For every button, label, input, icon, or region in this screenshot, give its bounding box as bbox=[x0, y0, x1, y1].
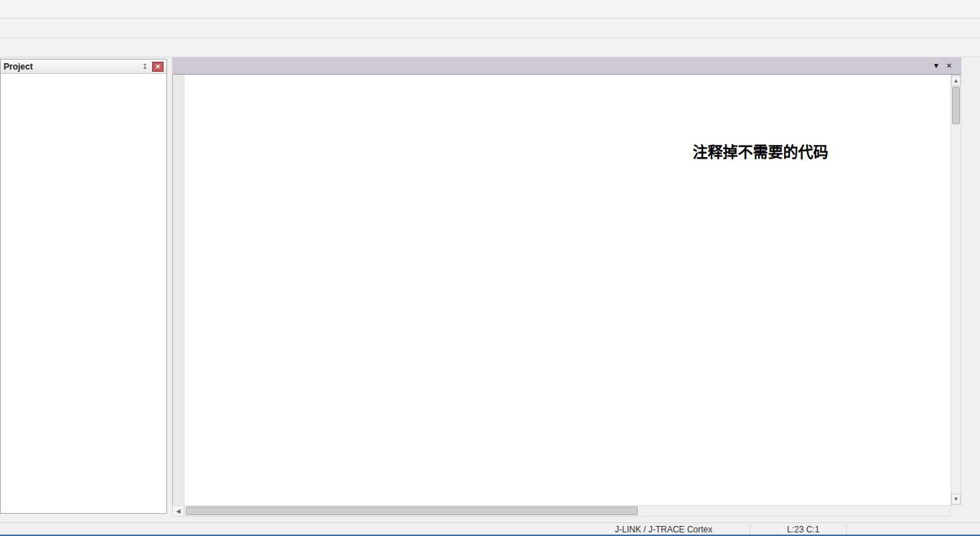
project-tree bbox=[1, 74, 166, 77]
scroll-down-icon[interactable]: ▼ bbox=[951, 494, 961, 504]
debugger-status: J-LINK / J-TRACE Cortex bbox=[610, 524, 750, 535]
status-bar: J-LINK / J-TRACE Cortex L:23 C:1 bbox=[0, 522, 980, 536]
right-dock bbox=[962, 59, 980, 518]
project-panel-title: Project bbox=[4, 62, 138, 72]
menu-bar bbox=[0, 0, 980, 19]
uvision-window: Project ↧ ✕ ▼ ✕ ▲ ▼ bbox=[0, 0, 980, 536]
editor-area: ▼ ✕ ▲ ▼ ◀ bbox=[172, 57, 961, 518]
pin-icon[interactable]: ↧ bbox=[139, 62, 151, 72]
horizontal-scrollbar[interactable]: ◀ bbox=[172, 505, 951, 517]
tab-close-icon[interactable]: ✕ bbox=[943, 60, 956, 71]
tab-list-dropdown-icon[interactable]: ▼ bbox=[930, 60, 943, 71]
project-panel: Project ↧ ✕ bbox=[0, 59, 167, 514]
horizontal-scroll-thumb[interactable] bbox=[186, 507, 638, 515]
main-area: Project ↧ ✕ ▼ ✕ ▲ ▼ bbox=[0, 57, 980, 522]
project-panel-header: Project ↧ ✕ bbox=[1, 60, 166, 74]
bookmark-margin[interactable] bbox=[173, 75, 184, 505]
document-tab-bar: ▼ ✕ bbox=[172, 57, 961, 75]
close-icon[interactable]: ✕ bbox=[152, 62, 164, 72]
scroll-left-icon[interactable]: ◀ bbox=[173, 506, 184, 516]
code-editor[interactable] bbox=[172, 75, 951, 505]
vertical-scroll-thumb[interactable] bbox=[952, 87, 960, 124]
scroll-up-icon[interactable]: ▲ bbox=[951, 75, 961, 86]
vertical-scrollbar[interactable]: ▲ ▼ bbox=[951, 75, 961, 505]
build-toolbar bbox=[0, 38, 980, 57]
main-toolbar bbox=[0, 19, 980, 38]
cursor-position: L:23 C:1 bbox=[782, 524, 847, 535]
